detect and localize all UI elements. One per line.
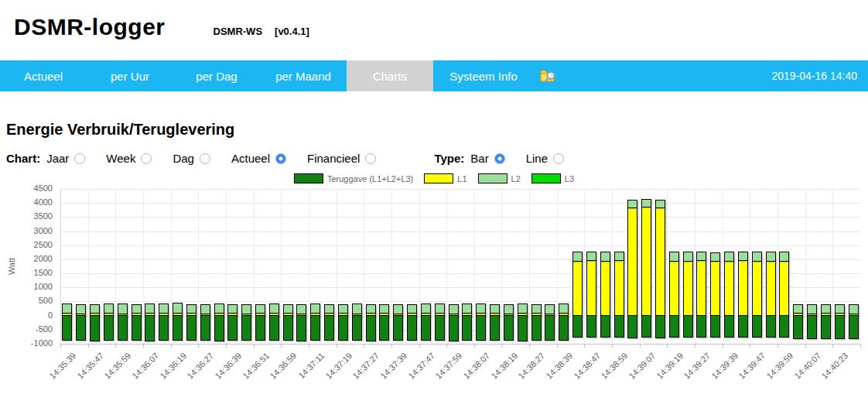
bar-segment-teruggave[interactable] [586, 315, 596, 338]
bar-segment-l1[interactable] [586, 259, 596, 316]
bar-segment-l1[interactable] [683, 260, 693, 317]
bar-segment-teruggave[interactable] [518, 315, 528, 341]
bar-segment-teruggave[interactable] [421, 315, 431, 341]
bar-segment-l2[interactable] [462, 303, 472, 314]
bar-segment-l1[interactable] [669, 260, 679, 317]
bar-segment-l2[interactable] [255, 304, 265, 314]
bar-segment-teruggave[interactable] [600, 315, 610, 338]
bar-segment-l1[interactable] [600, 260, 610, 317]
bar-segment-teruggave[interactable] [379, 315, 389, 341]
bar-segment-l2[interactable] [627, 200, 637, 208]
bar-segment-l2[interactable] [793, 304, 803, 314]
bar-segment-teruggave[interactable] [269, 315, 279, 341]
bar-segment-l2[interactable] [655, 200, 665, 208]
bar-segment-teruggave[interactable] [145, 315, 155, 341]
bar-segment-l2[interactable] [118, 303, 128, 314]
bar-segment-l2[interactable] [518, 303, 528, 314]
bar-segment-teruggave[interactable] [324, 315, 334, 341]
bar-segment-l2[interactable] [724, 252, 734, 261]
bar-segment-l2[interactable] [710, 252, 720, 262]
bar-segment-l2[interactable] [62, 303, 72, 314]
bar-segment-teruggave[interactable] [614, 315, 624, 338]
chart-radio-dag[interactable] [200, 153, 210, 164]
bar-segment-teruggave[interactable] [683, 315, 693, 338]
bar-segment-teruggave[interactable] [352, 315, 362, 341]
bar-segment-teruggave[interactable] [76, 315, 86, 341]
bar-segment-l2[interactable] [214, 303, 224, 314]
bar-segment-l2[interactable] [476, 303, 486, 314]
bar-segment-teruggave[interactable] [531, 315, 542, 341]
bar-segment-teruggave[interactable] [476, 315, 486, 341]
bar-segment-l2[interactable] [338, 304, 348, 314]
legend-item-l1[interactable]: L1 [424, 173, 466, 183]
bar-segment-teruggave[interactable] [849, 315, 859, 339]
bar-segment-teruggave[interactable] [490, 315, 500, 341]
bar-segment-teruggave[interactable] [462, 315, 472, 341]
bar-segment-teruggave[interactable] [572, 315, 583, 338]
bar-segment-l2[interactable] [421, 303, 431, 314]
bar-segment-l1[interactable] [738, 259, 748, 316]
bar-segment-teruggave[interactable] [559, 315, 569, 341]
bar-segment-teruggave[interactable] [241, 315, 251, 341]
bar-segment-teruggave[interactable] [90, 315, 100, 341]
bar-segment-l2[interactable] [490, 304, 500, 314]
bar-segment-l2[interactable] [159, 303, 169, 314]
bar-segment-l2[interactable] [324, 304, 334, 314]
bar-segment-l2[interactable] [407, 304, 417, 314]
bar-segment-l1[interactable] [752, 260, 762, 317]
bar-segment-teruggave[interactable] [435, 315, 445, 341]
bar-segment-teruggave[interactable] [366, 315, 376, 341]
bar-segment-teruggave[interactable] [710, 315, 720, 338]
bar-segment-l2[interactable] [296, 304, 306, 314]
chart-radio-week[interactable] [141, 153, 152, 164]
bar-segment-teruggave[interactable] [407, 315, 417, 341]
bar-segment-l2[interactable] [200, 304, 210, 314]
bar-segment-l2[interactable] [104, 303, 114, 314]
nav-item-per-dag[interactable]: per Dag [173, 60, 260, 91]
bar-segment-teruggave[interactable] [641, 315, 651, 338]
bar-segment-l2[interactable] [641, 199, 651, 207]
bar-segment-l2[interactable] [241, 304, 251, 314]
bar-segment-l2[interactable] [283, 304, 293, 314]
bar-segment-l2[interactable] [766, 252, 776, 261]
bar-segment-l2[interactable] [531, 304, 542, 314]
bar-segment-l2[interactable] [545, 304, 555, 314]
bar-segment-l2[interactable] [669, 252, 679, 261]
bar-segment-teruggave[interactable] [296, 315, 306, 341]
bar-segment-l1[interactable] [614, 259, 624, 316]
bar-segment-teruggave[interactable] [159, 315, 169, 341]
bar-segment-teruggave[interactable] [821, 315, 831, 339]
bar-segment-l2[interactable] [269, 303, 279, 314]
bar-segment-l1[interactable] [655, 207, 665, 317]
bar-segment-l2[interactable] [807, 304, 817, 314]
bar-segment-teruggave[interactable] [132, 315, 142, 341]
bar-segment-l1[interactable] [627, 207, 637, 317]
bar-segment-l2[interactable] [449, 304, 459, 314]
nav-item-actueel[interactable]: Actueel [0, 60, 87, 91]
type-radio-bar[interactable] [494, 153, 505, 164]
chart-radio-jaar[interactable] [74, 153, 85, 164]
nav-item-per-uur[interactable]: per Uur [87, 60, 173, 91]
bar-segment-teruggave[interactable] [186, 315, 196, 341]
bar-segment-teruggave[interactable] [393, 315, 403, 341]
bar-segment-l1[interactable] [696, 259, 706, 316]
bar-segment-l1[interactable] [724, 260, 734, 317]
nav-item-systeem-info[interactable]: Systeem Info [433, 60, 534, 91]
legend-item-l3[interactable]: L3 [531, 173, 574, 183]
bar-segment-teruggave[interactable] [200, 315, 210, 341]
bar-segment-l2[interactable] [186, 304, 196, 314]
bar-segment-l2[interactable] [738, 252, 748, 261]
bar-segment-teruggave[interactable] [738, 315, 748, 338]
bar-segment-teruggave[interactable] [655, 315, 665, 338]
bar-segment-l2[interactable] [600, 252, 610, 261]
legend-item-teruggave-l1-l2-l3[interactable]: Teruggave (L1+L2+L3) [294, 173, 413, 183]
bar-segment-teruggave[interactable] [118, 315, 128, 341]
bar-segment-teruggave[interactable] [310, 315, 320, 341]
bar-segment-l1[interactable] [766, 260, 776, 317]
bar-segment-l2[interactable] [393, 304, 403, 314]
bar-segment-l2[interactable] [821, 304, 831, 314]
bar-segment-l2[interactable] [779, 252, 789, 261]
bar-segment-l2[interactable] [352, 303, 362, 314]
bar-segment-l2[interactable] [366, 304, 376, 314]
bar-segment-l2[interactable] [835, 304, 845, 314]
